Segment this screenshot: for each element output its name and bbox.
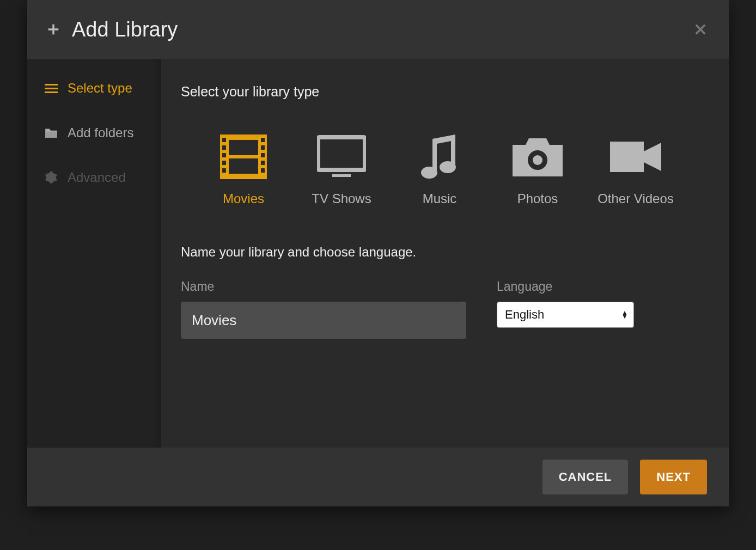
svg-rect-8 <box>229 140 258 155</box>
library-name-input[interactable] <box>181 302 466 339</box>
name-section-heading: Name your library and choose language. <box>181 245 698 260</box>
language-select[interactable]: English ▲▼ <box>497 302 634 328</box>
svg-rect-9 <box>229 158 258 174</box>
form-row: Name Language English ▲▼ <box>181 279 698 339</box>
language-select-value: English <box>505 308 544 322</box>
svg-rect-11 <box>222 145 226 150</box>
modal-footer: CANCEL NEXT <box>27 448 729 506</box>
sidebar-item-add-folders[interactable]: Add folders <box>27 119 161 147</box>
modal-body: Select type Add folders Advanced Select … <box>27 59 729 448</box>
svg-rect-18 <box>261 161 265 165</box>
language-label: Language <box>497 279 634 294</box>
type-label: TV Shows <box>295 191 388 206</box>
plus-icon <box>46 22 61 37</box>
sidebar: Select type Add folders Advanced <box>27 59 161 448</box>
list-icon <box>44 83 59 94</box>
select-type-heading: Select your library type <box>181 84 698 100</box>
camera-icon <box>491 132 584 181</box>
svg-rect-14 <box>222 168 226 173</box>
name-label: Name <box>181 279 466 294</box>
type-option-movies[interactable]: Movies <box>197 132 290 206</box>
sidebar-item-advanced: Advanced <box>27 163 161 192</box>
type-label: Music <box>393 191 486 206</box>
type-option-photos[interactable]: Photos <box>491 132 584 206</box>
type-label: Other Videos <box>589 191 682 206</box>
svg-rect-20 <box>318 137 365 170</box>
type-option-music[interactable]: Music <box>393 132 486 206</box>
svg-rect-21 <box>332 174 351 177</box>
svg-rect-6 <box>45 91 58 93</box>
add-library-modal: Add Library Select type Add folders <box>27 0 729 506</box>
library-type-grid: Movies TV Shows <box>181 121 698 212</box>
close-icon <box>693 17 708 41</box>
svg-rect-13 <box>222 161 226 165</box>
tv-icon <box>295 132 388 181</box>
folder-icon <box>44 127 59 139</box>
svg-rect-4 <box>45 84 58 85</box>
svg-rect-26 <box>610 142 644 172</box>
svg-point-23 <box>440 161 456 173</box>
sidebar-item-select-type[interactable]: Select type <box>27 74 161 102</box>
sidebar-item-label: Select type <box>68 81 132 96</box>
svg-rect-10 <box>222 138 226 142</box>
language-field-group: Language English ▲▼ <box>497 279 634 339</box>
type-option-tv-shows[interactable]: TV Shows <box>295 132 388 206</box>
sidebar-item-label: Advanced <box>68 170 126 185</box>
cancel-button[interactable]: CANCEL <box>542 460 629 494</box>
film-icon <box>197 132 290 181</box>
sidebar-item-label: Add folders <box>68 125 133 140</box>
main-panel: Select your library type Movies <box>161 59 729 448</box>
svg-rect-15 <box>261 138 265 142</box>
modal-header: Add Library <box>27 0 729 59</box>
video-icon <box>589 132 682 181</box>
modal-title: Add Library <box>72 18 687 41</box>
svg-rect-19 <box>261 168 265 173</box>
select-arrows-icon: ▲▼ <box>621 311 628 319</box>
close-button[interactable] <box>687 15 714 44</box>
svg-rect-17 <box>261 153 265 157</box>
svg-rect-12 <box>222 153 226 157</box>
svg-point-22 <box>421 167 437 179</box>
svg-rect-16 <box>261 145 265 150</box>
type-option-other-videos[interactable]: Other Videos <box>589 132 682 206</box>
svg-point-25 <box>533 155 542 165</box>
gear-icon <box>44 171 59 184</box>
type-label: Movies <box>197 191 290 206</box>
name-field-group: Name <box>181 279 466 339</box>
next-button[interactable]: NEXT <box>640 460 707 494</box>
music-icon <box>393 132 486 181</box>
svg-rect-5 <box>45 88 58 89</box>
type-label: Photos <box>491 191 584 206</box>
